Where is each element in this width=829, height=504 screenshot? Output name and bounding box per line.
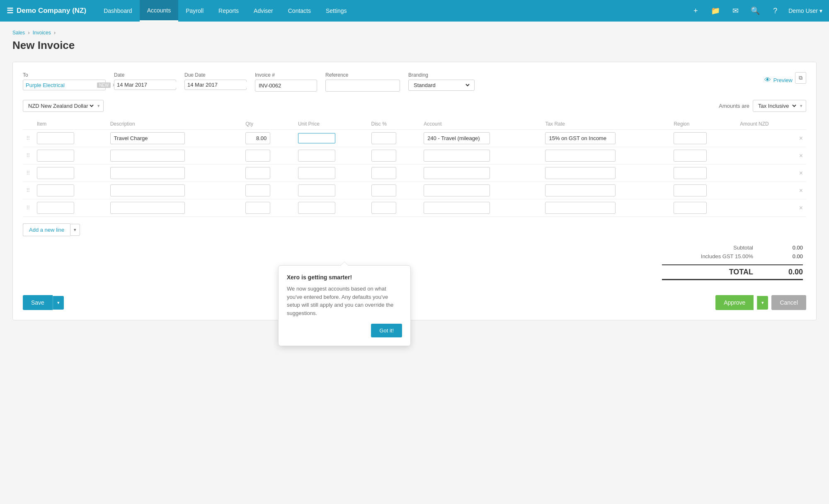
preview-button[interactable]: 👁 Preview [764, 76, 793, 84]
eye-icon: 👁 [764, 76, 771, 84]
approve-button[interactable]: Approve [715, 295, 754, 310]
disc-input[interactable] [371, 150, 396, 162]
tax-rate-input[interactable] [545, 202, 616, 214]
drag-handle[interactable]: ⠿ [26, 170, 30, 176]
amounts-select[interactable]: Tax Inclusive Tax Exclusive No Tax [756, 102, 797, 109]
folder-icon[interactable]: 📁 [709, 4, 722, 17]
region-input[interactable] [674, 184, 707, 196]
qty-input[interactable] [245, 150, 270, 162]
total-divider [662, 264, 803, 265]
hamburger-icon[interactable]: ☰ [7, 6, 13, 15]
nav-dashboard[interactable]: Dashboard [96, 0, 140, 22]
item-input[interactable] [37, 184, 74, 196]
nav-adviser[interactable]: Adviser [246, 0, 281, 22]
date-input[interactable] [117, 82, 187, 88]
mail-icon[interactable]: ✉ [729, 4, 742, 17]
unit-price-input[interactable] [298, 133, 335, 143]
row-delete-icon[interactable]: × [799, 204, 803, 211]
page-wrapper: Sales › Invoices › New Invoice To NEW × … [0, 22, 829, 504]
breadcrumb-sales[interactable]: Sales [12, 30, 25, 36]
copy-button[interactable]: ⧉ [795, 72, 806, 84]
description-input[interactable] [110, 202, 185, 214]
nav-accounts[interactable]: Accounts [140, 0, 179, 22]
row-delete-icon[interactable]: × [799, 152, 803, 159]
description-input[interactable] [110, 132, 185, 144]
invoice-num-input[interactable] [255, 80, 317, 92]
account-input[interactable] [424, 150, 490, 162]
region-input[interactable] [674, 132, 707, 144]
nav-settings[interactable]: Settings [318, 0, 354, 22]
description-input[interactable] [110, 150, 185, 162]
got-it-button[interactable]: Got it! [371, 324, 402, 337]
disc-col-header: Disc % [368, 119, 421, 130]
save-button[interactable]: Save [23, 295, 53, 310]
due-date-input[interactable] [187, 82, 257, 88]
account-input[interactable] [424, 184, 490, 196]
row-delete-icon[interactable]: × [799, 170, 803, 177]
help-icon[interactable]: ? [768, 4, 782, 17]
description-input[interactable] [110, 184, 185, 196]
nav-contacts[interactable]: Contacts [281, 0, 318, 22]
drag-handle[interactable]: ⠿ [26, 153, 30, 159]
add-line-dropdown-button[interactable]: ▾ [70, 224, 80, 236]
breadcrumb-invoices[interactable]: Invoices [33, 30, 51, 36]
unit-price-input[interactable] [298, 184, 335, 196]
qty-input[interactable] [245, 202, 270, 214]
user-menu[interactable]: Demo User ▾ [788, 7, 822, 14]
disc-input[interactable] [371, 167, 396, 179]
qty-input[interactable] [245, 184, 270, 196]
to-group: To NEW × [23, 72, 106, 90]
item-input[interactable] [37, 167, 74, 179]
tax-rate-input[interactable] [545, 150, 616, 162]
add-new-line-button[interactable]: Add a new line [23, 223, 70, 236]
region-input[interactable] [674, 167, 707, 179]
branding-select[interactable]: Standard [412, 82, 471, 89]
to-input[interactable] [26, 82, 95, 88]
item-input[interactable] [37, 132, 74, 144]
currency-select[interactable]: NZD New Zealand Dollar [27, 102, 95, 109]
nav-reports[interactable]: Reports [211, 0, 246, 22]
item-input[interactable] [37, 202, 74, 214]
row-delete-icon[interactable]: × [799, 187, 803, 194]
to-label: To [23, 72, 106, 78]
description-input[interactable] [110, 167, 185, 179]
tax-rate-input[interactable] [545, 132, 616, 144]
gst-value: 0.00 [770, 253, 803, 259]
approve-dropdown-button[interactable]: ▾ [757, 296, 768, 310]
form-header-row: To NEW × Date ▾ Due Date [23, 72, 806, 92]
unit-price-input[interactable] [298, 167, 335, 179]
footer-buttons: Save ▾ Approve ▾ Cancel [23, 288, 806, 310]
date-group: Date ▾ [114, 72, 176, 90]
cancel-button[interactable]: Cancel [771, 295, 806, 310]
save-dropdown-button[interactable]: ▾ [53, 296, 64, 310]
account-input[interactable] [424, 167, 490, 179]
gst-label: Includes GST 15.00% [701, 253, 753, 259]
unit-price-input[interactable] [298, 150, 335, 162]
account-input[interactable] [424, 132, 490, 144]
nav-payroll[interactable]: Payroll [178, 0, 211, 22]
branding-wrapper: Standard [408, 80, 475, 91]
region-input[interactable] [674, 202, 707, 214]
drag-handle[interactable]: ⠿ [26, 205, 30, 211]
row-delete-icon[interactable]: × [799, 135, 803, 142]
account-input[interactable] [424, 202, 490, 214]
qty-input[interactable] [245, 132, 270, 144]
tax-rate-input[interactable] [545, 167, 616, 179]
invoice-num-group: Invoice # [255, 72, 317, 92]
add-icon[interactable]: + [689, 4, 702, 17]
qty-input[interactable] [245, 167, 270, 179]
drag-handle[interactable]: ⠿ [26, 135, 30, 141]
disc-input[interactable] [371, 132, 396, 144]
amount-col-header: Amount NZD [737, 119, 795, 130]
due-date-label: Due Date [184, 72, 247, 78]
disc-input[interactable] [371, 184, 396, 196]
reference-input[interactable] [325, 80, 400, 92]
search-icon[interactable]: 🔍 [749, 4, 762, 17]
tooltip-footer: Got it! [287, 324, 402, 337]
region-input[interactable] [674, 150, 707, 162]
tax-rate-input[interactable] [545, 184, 616, 196]
item-input[interactable] [37, 150, 74, 162]
drag-handle[interactable]: ⠿ [26, 187, 30, 194]
unit-price-input[interactable] [298, 202, 335, 214]
disc-input[interactable] [371, 202, 396, 214]
